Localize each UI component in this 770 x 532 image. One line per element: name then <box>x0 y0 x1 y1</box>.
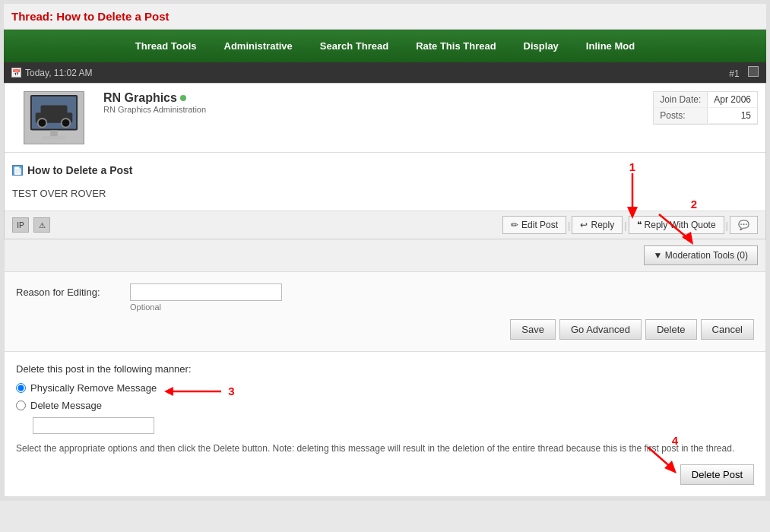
quote-icon: ❝ <box>637 220 642 230</box>
user-title: RN Graphics Administration <box>103 105 645 114</box>
edit-post-button[interactable]: ✏ Edit Post <box>502 216 566 234</box>
optional-label: Optional <box>130 302 754 312</box>
post-title-text: How to Delete a Post <box>27 164 132 176</box>
post-body: TEST OVER ROVER <box>12 184 758 203</box>
avatar-area <box>12 91 96 144</box>
annotation-1-label: 1 <box>629 160 635 173</box>
nav-thread-tools[interactable]: Thread Tools <box>122 30 211 62</box>
nav-display[interactable]: Display <box>510 30 572 62</box>
nav-rate-thread[interactable]: Rate This Thread <box>402 30 509 62</box>
nav-administrative[interactable]: Administrative <box>211 30 306 62</box>
post-title-bar: 📄 How to Delete a Post <box>12 164 758 176</box>
annotation-3-label: 3 <box>228 385 234 397</box>
annotation-4: 4 <box>640 434 678 476</box>
reason-label: Reason for Editing: <box>16 283 130 298</box>
edit-form: Reason for Editing: Optional Save Go Adv… <box>4 272 766 352</box>
annotation-2-label: 2 <box>691 198 697 211</box>
pencil-icon: ✏ <box>511 220 518 230</box>
thread-title: How to Delete a Post <box>56 10 169 23</box>
svg-rect-8 <box>43 136 65 139</box>
post-icon: 📄 <box>12 165 23 176</box>
join-info: Join Date: Apr 2006 Posts: 15 <box>653 91 758 125</box>
join-date-label: Join Date: <box>654 92 708 108</box>
join-date-value: Apr 2006 <box>708 92 757 108</box>
top-nav: Thread Tools Administrative Search Threa… <box>4 30 766 62</box>
annotation-3: 3 <box>164 383 234 400</box>
physically-remove-option: Physically Remove Message <box>16 382 157 394</box>
delete-reason-input[interactable] <box>33 417 154 434</box>
go-advanced-button[interactable]: Go Advanced <box>559 319 642 340</box>
annotation-4-label: 4 <box>672 434 678 447</box>
delete-message-option: Delete Message <box>16 400 754 411</box>
delete-button[interactable]: Delete <box>645 319 697 340</box>
calendar-icon: 📅 <box>11 68 21 78</box>
delete-post-button[interactable]: Delete Post <box>680 464 754 485</box>
reason-row: Reason for Editing: Optional <box>16 283 754 312</box>
nav-search-thread[interactable]: Search Thread <box>306 30 402 62</box>
avatar <box>24 91 84 144</box>
report-icon[interactable]: ⚠ <box>33 217 50 233</box>
post-number: #1 <box>729 66 759 79</box>
quick-icon: 💬 <box>738 220 749 230</box>
posts-label: Posts: <box>654 108 708 124</box>
page-title: Thread: How to Delete a Post <box>4 4 766 30</box>
annotation-2: 2 <box>651 198 697 245</box>
user-info: RN Graphics RN Graphics Administration <box>96 91 653 114</box>
reason-input[interactable] <box>130 283 282 301</box>
save-button[interactable]: Save <box>510 319 556 340</box>
svg-marker-14 <box>164 387 173 396</box>
action-icons: IP ⚠ <box>12 217 50 233</box>
annotation-1: 1 <box>621 160 644 219</box>
svg-rect-7 <box>50 131 58 137</box>
physically-remove-radio[interactable] <box>16 383 26 393</box>
posts-value: 15 <box>708 108 757 124</box>
delete-section: Delete this post in the following manner… <box>4 352 766 497</box>
form-buttons: Save Go Advanced Delete Cancel <box>16 319 754 340</box>
physically-remove-label: Physically Remove Message <box>30 382 157 394</box>
option1-row: Physically Remove Message 3 <box>16 382 754 400</box>
cancel-button[interactable]: Cancel <box>701 319 754 340</box>
delete-title: Delete this post in the following manner… <box>16 363 754 375</box>
svg-marker-10 <box>627 207 638 219</box>
username: RN Graphics <box>103 91 177 105</box>
post-checkbox[interactable] <box>748 66 759 77</box>
user-section: RN Graphics RN Graphics Administration J… <box>5 84 765 153</box>
time-label: 11:02 AM <box>54 68 93 78</box>
svg-rect-4 <box>41 105 68 116</box>
mod-tools-button[interactable]: ▼ Moderation Tools (0) <box>644 245 758 265</box>
ip-icon[interactable]: IP <box>12 217 29 233</box>
date-bar: 📅 Today, 11:02 AM #1 <box>4 62 766 83</box>
title-prefix: Thread: <box>11 10 53 23</box>
svg-point-6 <box>62 119 71 128</box>
reply-icon: ↩ <box>580 220 588 230</box>
delete-post-row: 4 Delete Post <box>16 464 754 485</box>
delete-message-radio[interactable] <box>16 401 26 410</box>
nav-inline-mod[interactable]: Inline Mod <box>572 30 648 62</box>
date-label: Today, <box>25 68 51 78</box>
mod-tools-row: ▼ Moderation Tools (0) 2 <box>4 239 766 272</box>
reason-input-area: Optional <box>130 283 754 312</box>
delete-message-label: Delete Message <box>30 400 102 411</box>
reply-button[interactable]: ↩ Reply <box>572 216 623 234</box>
online-indicator <box>180 95 186 101</box>
svg-point-5 <box>38 119 47 128</box>
quick-reply-button[interactable]: 💬 <box>730 216 758 234</box>
